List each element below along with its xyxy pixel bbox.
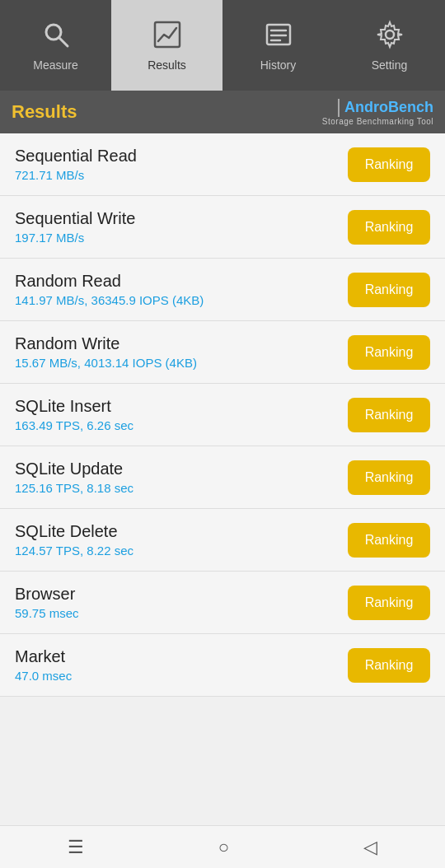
bottom-navigation-bar: ☰ ○ ◁ [0,825,445,868]
nav-item-setting[interactable]: Setting [334,0,445,91]
results-icon [152,20,182,54]
brand-suffix: Bench [388,99,433,115]
result-name-sqlite-delete: SQLite Delete [15,522,134,541]
result-name-browser: Browser [15,585,79,604]
nav-label-history: History [260,58,297,72]
ranking-button-sequential-read[interactable]: Ranking [348,147,430,182]
result-value-sqlite-update: 125.16 TPS, 8.18 sec [15,481,134,495]
result-row-sqlite-insert: SQLite Insert 163.49 TPS, 6.26 sec Ranki… [0,384,445,446]
ranking-button-sqlite-update[interactable]: Ranking [348,460,430,495]
result-name-market: Market [15,647,72,666]
header-bar: Results AndroBench Storage Benchmarking … [0,91,445,133]
result-value-market: 47.0 msec [15,669,72,683]
brand-name: AndroBench [344,99,433,116]
svg-line-1 [59,38,68,46]
result-info-random-read: Random Read 141.97 MB/s, 36345.9 IOPS (4… [15,272,204,307]
result-name-sqlite-insert: SQLite Insert [15,397,134,416]
result-info-sqlite-update: SQLite Update 125.16 TPS, 8.18 sec [15,460,134,495]
brand-subtitle: Storage Benchmarking Tool [322,117,433,126]
result-value-sqlite-insert: 163.49 TPS, 6.26 sec [15,418,134,432]
result-info-sequential-write: Sequential Write 197.17 MB/s [15,209,135,245]
nav-label-setting: Setting [372,58,408,72]
measure-icon [41,20,71,54]
ranking-button-sqlite-insert[interactable]: Ranking [348,398,430,432]
nav-item-measure[interactable]: Measure [0,0,111,91]
result-row-random-write: Random Write 15.67 MB/s, 4013.14 IOPS (4… [0,321,445,384]
result-name-sequential-write: Sequential Write [15,209,135,228]
setting-icon [375,20,405,54]
nav-label-results: Results [148,58,186,72]
result-info-market: Market 47.0 msec [15,647,72,683]
result-name-sqlite-update: SQLite Update [15,460,134,478]
menu-icon[interactable]: ☰ [68,837,84,858]
result-name-sequential-read: Sequential Read [15,147,137,166]
ranking-button-random-read[interactable]: Ranking [348,273,430,307]
ranking-button-market[interactable]: Ranking [348,648,430,683]
nav-item-results[interactable]: Results [111,0,222,91]
result-value-random-read: 141.97 MB/s, 36345.9 IOPS (4KB) [15,293,204,307]
svg-point-7 [386,30,394,39]
top-navigation: Measure Results History Se [0,0,445,91]
page-title: Results [12,101,77,123]
svg-rect-2 [155,22,180,47]
result-row-sequential-write: Sequential Write 197.17 MB/s Ranking [0,196,445,259]
result-row-browser: Browser 59.75 msec Ranking [0,572,445,634]
result-row-sqlite-update: SQLite Update 125.16 TPS, 8.18 sec Ranki… [0,446,445,509]
result-row-market: Market 47.0 msec Ranking [0,634,445,697]
result-row-sqlite-delete: SQLite Delete 124.57 TPS, 8.22 sec Ranki… [0,509,445,572]
back-icon[interactable]: ◁ [363,837,377,858]
result-row-random-read: Random Read 141.97 MB/s, 36345.9 IOPS (4… [0,259,445,321]
result-name-random-write: Random Write [15,334,197,353]
result-value-sequential-write: 197.17 MB/s [15,231,135,245]
result-info-browser: Browser 59.75 msec [15,585,79,620]
ranking-button-browser[interactable]: Ranking [348,586,430,620]
result-info-sqlite-insert: SQLite Insert 163.49 TPS, 6.26 sec [15,397,134,432]
brand-prefix: Andro [344,99,388,115]
ranking-button-sqlite-delete[interactable]: Ranking [348,523,430,558]
ranking-button-sequential-write[interactable]: Ranking [348,210,430,245]
result-name-random-read: Random Read [15,272,204,291]
result-value-random-write: 15.67 MB/s, 4013.14 IOPS (4KB) [15,356,197,370]
history-icon [264,20,293,54]
result-info-sqlite-delete: SQLite Delete 124.57 TPS, 8.22 sec [15,522,134,558]
brand-logo: AndroBench Storage Benchmarking Tool [322,99,433,126]
result-value-sqlite-delete: 124.57 TPS, 8.22 sec [15,544,134,558]
ranking-button-random-write[interactable]: Ranking [348,335,430,370]
nav-label-measure: Measure [33,58,77,72]
result-value-sequential-read: 721.71 MB/s [15,168,137,182]
result-row-sequential-read: Sequential Read 721.71 MB/s Ranking [0,133,445,196]
result-value-browser: 59.75 msec [15,606,79,620]
results-list: Sequential Read 721.71 MB/s Ranking Sequ… [0,133,445,825]
nav-item-history[interactable]: History [222,0,334,91]
result-info-random-write: Random Write 15.67 MB/s, 4013.14 IOPS (4… [15,334,197,370]
home-icon[interactable]: ○ [218,837,229,858]
result-info-sequential-read: Sequential Read 721.71 MB/s [15,147,137,182]
